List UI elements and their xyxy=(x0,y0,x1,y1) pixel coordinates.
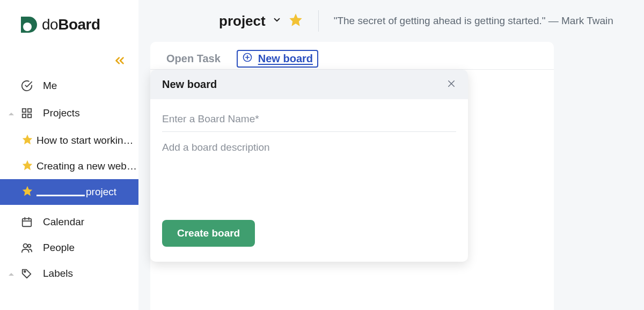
star-icon[interactable] xyxy=(288,12,303,29)
calendar-icon xyxy=(20,216,33,228)
sidebar-item-project-active[interactable]: project xyxy=(0,179,138,205)
collapse-sidebar-button[interactable] xyxy=(113,54,127,70)
tag-icon xyxy=(20,268,33,279)
board-description-input[interactable] xyxy=(162,132,456,212)
chevron-down-icon xyxy=(272,15,282,27)
tabs: Open Task New board xyxy=(150,48,554,70)
caret-icon xyxy=(9,268,14,279)
grid-icon xyxy=(20,107,33,119)
nav-me[interactable]: Me xyxy=(0,73,138,99)
create-board-button[interactable]: Create board xyxy=(162,220,255,247)
star-icon xyxy=(21,185,33,200)
nav-label: Calendar xyxy=(43,216,84,228)
nav-projects[interactable]: Projects xyxy=(0,99,138,128)
svg-point-0 xyxy=(23,23,32,31)
nav-label: People xyxy=(43,242,75,254)
svg-marker-1 xyxy=(9,113,14,115)
star-icon xyxy=(21,134,33,148)
main: project "The secret of getting ahead is … xyxy=(138,0,644,310)
nav-label: Labels xyxy=(43,268,73,279)
project-label: Creating a new web… xyxy=(36,160,137,172)
project-switcher[interactable]: project xyxy=(219,12,303,29)
modal-body: Create board xyxy=(150,99,468,262)
topbar: project "The secret of getting ahead is … xyxy=(138,0,644,42)
svg-marker-7 xyxy=(23,160,32,169)
new-board-button[interactable]: New board xyxy=(237,50,318,68)
project-label: project xyxy=(86,186,116,198)
svg-marker-8 xyxy=(23,186,32,195)
logo[interactable]: doBoard xyxy=(0,0,138,49)
svg-rect-9 xyxy=(23,219,32,227)
new-board-label: New board xyxy=(258,53,313,65)
svg-marker-15 xyxy=(9,273,14,276)
board-name-input[interactable] xyxy=(162,110,456,132)
content: Open Task New board New board xyxy=(138,42,644,310)
sidebar-item-project[interactable]: Creating a new web… xyxy=(0,153,138,179)
people-icon xyxy=(20,242,33,254)
sidebar-item-project[interactable]: How to start workin… xyxy=(0,128,138,153)
divider xyxy=(318,10,319,32)
svg-point-16 xyxy=(24,271,26,272)
svg-rect-5 xyxy=(28,114,31,117)
svg-rect-2 xyxy=(23,109,26,112)
quote-text: "The secret of getting ahead is getting … xyxy=(334,15,613,27)
nav-labels[interactable]: Labels xyxy=(0,261,138,286)
svg-marker-17 xyxy=(289,13,302,26)
svg-point-14 xyxy=(28,245,31,248)
check-circle-icon xyxy=(20,80,33,92)
svg-rect-3 xyxy=(28,109,31,112)
logo-text: doBoard xyxy=(42,16,100,33)
nav: Me Projects How to start workin… xyxy=(0,73,138,286)
svg-rect-4 xyxy=(23,114,26,117)
nav-label: Me xyxy=(43,80,57,92)
svg-point-13 xyxy=(24,244,27,248)
modal-title: New board xyxy=(162,78,217,91)
redacted-text xyxy=(36,195,85,196)
plus-circle-icon xyxy=(242,52,253,65)
nav-calendar[interactable]: Calendar xyxy=(0,209,138,235)
sidebar: doBoard Me xyxy=(0,0,138,310)
close-icon[interactable] xyxy=(447,79,456,91)
logo-icon xyxy=(19,16,38,34)
svg-marker-6 xyxy=(23,134,32,144)
modal-header: New board xyxy=(150,70,468,99)
star-icon xyxy=(21,159,33,174)
nav-people[interactable]: People xyxy=(0,235,138,261)
project-name: project xyxy=(219,13,266,29)
nav-label: Projects xyxy=(43,107,80,119)
tab-open-task[interactable]: Open Task xyxy=(166,53,221,65)
new-board-modal: New board Create board xyxy=(150,70,468,262)
caret-icon xyxy=(9,107,14,119)
project-label: How to start workin… xyxy=(36,135,134,146)
